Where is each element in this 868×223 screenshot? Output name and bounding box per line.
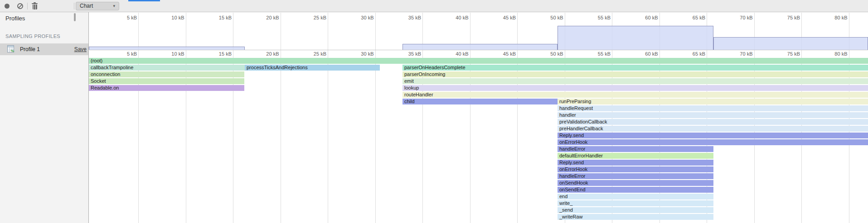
flame-frame-handleerror[interactable]: handleError: [558, 146, 713, 152]
flame-frame-send[interactable]: _send: [558, 207, 713, 213]
toolbar-separator: [27, 3, 28, 9]
flame-frame-onerrorhook[interactable]: onErrorHook: [558, 139, 868, 145]
flame-frame-root[interactable]: (root): [89, 58, 868, 64]
flame-frame-onsendend[interactable]: onSendEnd: [558, 187, 713, 193]
profile-list-item[interactable]: % Profile 1 Save: [0, 43, 88, 55]
flame-frame-runpreparsing[interactable]: runPreParsing: [558, 99, 868, 104]
trash-icon[interactable]: [31, 2, 38, 10]
sidebar-title: Profiles: [5, 15, 25, 22]
flame-frame-handlerequest[interactable]: handleRequest: [558, 105, 868, 111]
flame-frame-emit[interactable]: emit: [402, 78, 868, 84]
sidebar-scrollbar-thumb[interactable]: [74, 13, 76, 21]
profile-name: Profile 1: [20, 46, 40, 52]
save-profile-link[interactable]: Save: [74, 46, 87, 52]
flame-frame-write[interactable]: write_: [558, 200, 713, 206]
flame-chart-panel: 5 kB10 kB15 kB20 kB25 kB30 kB35 kB40 kB4…: [89, 12, 868, 223]
chevron-down-icon: ▾: [113, 2, 115, 10]
flame-frame-onconnection[interactable]: onconnection: [89, 71, 244, 77]
flame-frame-reply-send[interactable]: Reply.send: [558, 133, 868, 138]
flame-frame-parseronincoming[interactable]: parserOnIncoming: [402, 71, 868, 77]
record-icon[interactable]: [5, 4, 10, 9]
flame-frame-processticksandrejections[interactable]: processTicksAndRejections: [245, 65, 380, 71]
active-tab-indicator: [128, 0, 160, 1]
sampling-profiles-header: SAMPLING PROFILES: [5, 33, 60, 39]
flame-frame-writeraw[interactable]: _writeRaw: [558, 214, 713, 220]
flame-frame-handleerror[interactable]: handleError: [558, 173, 713, 179]
flame-frame-defaulterrorhandler[interactable]: defaultErrorHandler: [558, 153, 713, 159]
view-mode-value: Chart: [80, 3, 93, 9]
flame-frame-prehandlercallback[interactable]: preHandlerCallback: [558, 126, 868, 132]
flame-frame-end[interactable]: end: [558, 194, 713, 199]
profile-chart-icon: %: [7, 45, 14, 52]
flame-frame-readable-on[interactable]: Readable.on: [89, 85, 244, 91]
flame-frame-lookup[interactable]: lookup: [402, 85, 868, 91]
flame-frame-reply-send[interactable]: Reply.send: [558, 160, 713, 166]
flame-frame-child[interactable]: child: [402, 99, 558, 104]
toolbar-separator: [74, 3, 74, 9]
flame-frame-prevalidationcallback[interactable]: preValidationCallback: [558, 119, 868, 125]
flame-frame-onerrorhook[interactable]: onErrorHook: [558, 166, 713, 172]
flame-frame-callbacktrampoline[interactable]: callbackTrampoline: [89, 65, 245, 71]
flame-frame-handler[interactable]: handler: [558, 112, 868, 118]
flame-frame-parseronheaderscomplete[interactable]: parserOnHeadersComplete: [402, 65, 868, 71]
toolbar: Chart ▾: [0, 0, 868, 12]
clear-all-icon[interactable]: [17, 3, 23, 9]
flame-frame-onsendhook[interactable]: onSendHook: [558, 180, 713, 186]
flame-frame-routehandler[interactable]: routeHandler: [402, 92, 868, 98]
flame-frame-socket[interactable]: Socket: [89, 78, 244, 84]
profiles-sidebar: Profiles SAMPLING PROFILES % Profile 1 S…: [0, 12, 89, 223]
view-mode-select[interactable]: Chart ▾: [76, 2, 119, 10]
flame-chart[interactable]: (root)callbackTrampolineprocessTicksAndR…: [89, 12, 868, 223]
